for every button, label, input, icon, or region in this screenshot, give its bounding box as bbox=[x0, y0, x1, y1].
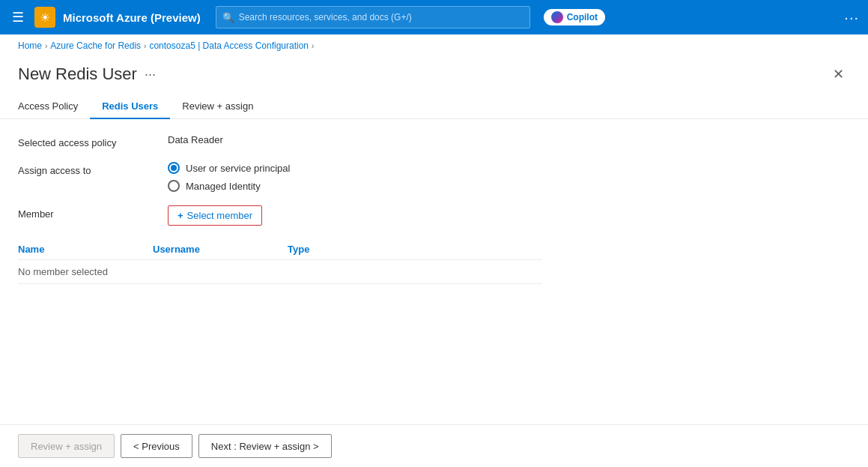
breadcrumb-home[interactable]: Home bbox=[18, 40, 42, 51]
close-button[interactable]: ✕ bbox=[827, 63, 850, 85]
app-title: Microsoft Azure (Preview) bbox=[63, 11, 201, 24]
breadcrumb-data-access[interactable]: contosoza5 | Data Access Configuration bbox=[149, 40, 309, 51]
review-assign-button: Review + assign bbox=[18, 434, 115, 458]
tab-redis-users[interactable]: Redis Users bbox=[90, 94, 170, 119]
table-header: Name Username Type bbox=[18, 239, 542, 260]
page-header: New Redis User ··· ✕ bbox=[0, 57, 868, 85]
table-empty-row: No member selected bbox=[18, 260, 542, 284]
table-header-username: Username bbox=[153, 244, 288, 255]
member-label: Member bbox=[18, 205, 168, 220]
radio-managed-identity[interactable]: Managed Identity bbox=[168, 180, 290, 192]
copilot-button[interactable]: Copilot bbox=[544, 9, 605, 25]
radio-managed-identity-input[interactable] bbox=[168, 180, 180, 192]
breadcrumb-sep-2: › bbox=[144, 42, 146, 50]
table-header-name: Name bbox=[18, 244, 153, 255]
top-navbar: ☰ ☀ Microsoft Azure (Preview) 🔍 Copilot … bbox=[0, 0, 868, 34]
search-icon: 🔍 bbox=[222, 12, 234, 23]
radio-user-service-principal-label: User or service principal bbox=[186, 163, 290, 174]
radio-user-service-principal[interactable]: User or service principal bbox=[168, 162, 290, 174]
assign-access-to-row: Assign access to User or service princip… bbox=[18, 162, 850, 192]
breadcrumb-azure-cache[interactable]: Azure Cache for Redis bbox=[50, 40, 141, 51]
table-header-type: Type bbox=[288, 244, 422, 255]
member-row: Member + Select member bbox=[18, 205, 850, 226]
radio-user-service-principal-input[interactable] bbox=[168, 162, 180, 174]
page-title-more-icon[interactable]: ··· bbox=[145, 67, 156, 82]
breadcrumb: Home › Azure Cache for Redis › contosoza… bbox=[0, 34, 868, 57]
breadcrumb-sep-3: › bbox=[312, 42, 314, 50]
next-button[interactable]: Next : Review + assign > bbox=[198, 434, 332, 458]
previous-button[interactable]: < Previous bbox=[121, 434, 192, 458]
search-bar[interactable]: 🔍 bbox=[216, 6, 530, 28]
copilot-gem-icon bbox=[551, 11, 563, 23]
more-options-icon[interactable]: ··· bbox=[844, 9, 859, 26]
main-container: Home › Azure Cache for Redis › contosoza… bbox=[0, 34, 868, 467]
plus-icon: + bbox=[177, 210, 183, 221]
member-value-area: + Select member bbox=[168, 205, 262, 226]
tab-access-policy[interactable]: Access Policy bbox=[18, 94, 90, 119]
assign-access-radio-group: User or service principal Managed Identi… bbox=[168, 162, 290, 192]
azure-app-icon: ☀ bbox=[34, 7, 55, 28]
tab-bar: Access Policy Redis Users Review + assig… bbox=[0, 85, 868, 119]
action-bar: Review + assign < Previous Next : Review… bbox=[0, 424, 868, 467]
assign-access-to-label: Assign access to bbox=[18, 162, 168, 176]
search-input[interactable] bbox=[239, 12, 523, 22]
select-member-button[interactable]: + Select member bbox=[168, 205, 262, 226]
selected-access-policy-label: Selected access policy bbox=[18, 134, 168, 148]
selected-access-policy-row: Selected access policy Data Reader bbox=[18, 134, 850, 148]
member-table: Name Username Type No member selected bbox=[18, 239, 542, 284]
radio-managed-identity-label: Managed Identity bbox=[186, 181, 261, 192]
form-content: Selected access policy Data Reader Assig… bbox=[0, 119, 868, 424]
copilot-label: Copilot bbox=[567, 12, 598, 22]
breadcrumb-sep-1: › bbox=[45, 42, 47, 50]
table-empty-message: No member selected bbox=[18, 266, 422, 277]
hamburger-menu-icon[interactable]: ☰ bbox=[9, 6, 27, 28]
selected-access-policy-value: Data Reader bbox=[168, 134, 223, 145]
page-title: New Redis User bbox=[18, 64, 137, 84]
tab-review-assign[interactable]: Review + assign bbox=[170, 94, 265, 119]
select-member-label: Select member bbox=[187, 210, 252, 221]
